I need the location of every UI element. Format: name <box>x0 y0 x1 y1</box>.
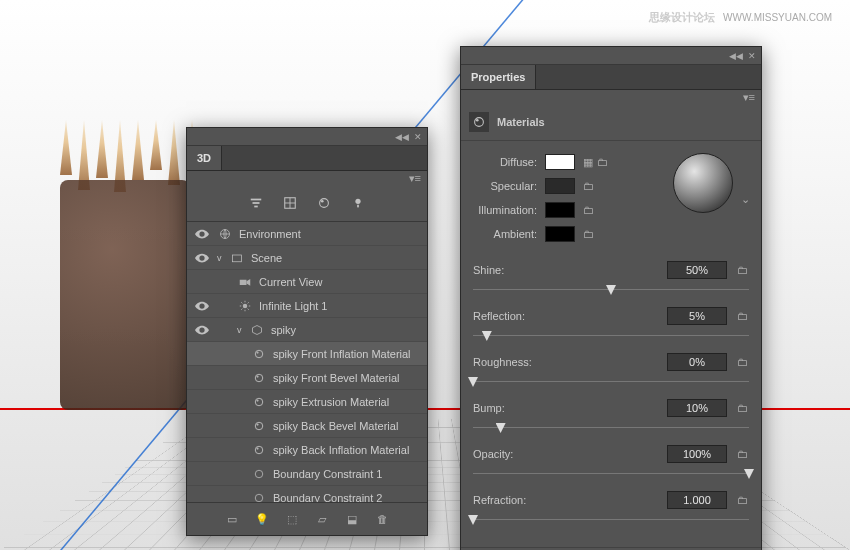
slider-value-input[interactable]: 100% <box>667 445 727 463</box>
footer-trash-icon[interactable]: 🗑 <box>374 511 390 527</box>
tree-row-spiky-back-inflation-material[interactable]: spiky Back Inflation Material <box>187 438 427 462</box>
texture-icon[interactable]: ▦ <box>581 155 595 169</box>
material-preview[interactable] <box>673 153 733 213</box>
slider-value-input[interactable]: 5% <box>667 307 727 325</box>
tree-row-current-view[interactable]: Current View <box>187 270 427 294</box>
folder-icon[interactable]: 🗀 <box>595 155 609 169</box>
mesh-icon <box>249 322 265 338</box>
tree-item-label: spiky Back Bevel Material <box>273 420 421 432</box>
filter-mesh-icon[interactable] <box>282 195 298 211</box>
filter-light-icon[interactable] <box>350 195 366 211</box>
color-swatch[interactable] <box>545 154 575 170</box>
folder-icon[interactable]: 🗀 <box>735 309 749 323</box>
footer-doc-icon[interactable]: ▭ <box>224 511 240 527</box>
slider-thumb[interactable] <box>468 377 478 387</box>
slider-label: Refraction: <box>473 494 667 506</box>
folder-icon[interactable]: 🗀 <box>735 263 749 277</box>
panel-3d: ◀◀ ✕ 3D ▾≡ EnvironmentvSceneCurrent View… <box>186 127 428 536</box>
panel-properties-header[interactable]: ◀◀ ✕ <box>461 47 761 65</box>
visibility-eye-icon[interactable] <box>193 417 211 435</box>
folder-icon[interactable]: 🗀 <box>581 179 595 193</box>
filter-scene-icon[interactable] <box>248 195 264 211</box>
visibility-eye-icon[interactable] <box>193 393 211 411</box>
visibility-eye-icon[interactable] <box>193 225 211 243</box>
tree-row-infinite-light-1[interactable]: Infinite Light 1 <box>187 294 427 318</box>
folder-icon[interactable]: 🗀 <box>735 355 749 369</box>
chevron-down-icon[interactable]: v <box>237 325 247 335</box>
folder-icon[interactable]: 🗀 <box>735 401 749 415</box>
tree-row-scene[interactable]: vScene <box>187 246 427 270</box>
swatch-label: Ambient: <box>471 228 545 240</box>
visibility-eye-icon[interactable] <box>193 465 211 483</box>
footer-new-icon[interactable]: ⬓ <box>344 511 360 527</box>
visibility-eye-icon[interactable] <box>193 441 211 459</box>
svg-point-26 <box>475 118 484 127</box>
slider-track[interactable] <box>473 329 749 343</box>
slider-label: Reflection: <box>473 310 667 322</box>
slider-thumb[interactable] <box>606 285 616 295</box>
slider-track[interactable] <box>473 421 749 435</box>
visibility-eye-icon[interactable] <box>193 297 211 315</box>
footer-light-icon[interactable]: 💡 <box>254 511 270 527</box>
slider-track[interactable] <box>473 467 749 481</box>
tree-row-spiky-back-bevel-material[interactable]: spiky Back Bevel Material <box>187 414 427 438</box>
swatch-specular: Specular:🗀 <box>471 175 669 197</box>
tab-3d[interactable]: 3D <box>187 146 222 170</box>
visibility-eye-icon[interactable] <box>193 249 211 267</box>
slider-track[interactable] <box>473 375 749 389</box>
color-swatch[interactable] <box>545 202 575 218</box>
folder-icon[interactable]: 🗀 <box>735 493 749 507</box>
slider-thumb[interactable] <box>468 515 478 525</box>
chevron-down-icon[interactable]: v <box>217 253 227 263</box>
footer-plane-icon[interactable]: ▱ <box>314 511 330 527</box>
color-swatch[interactable] <box>545 178 575 194</box>
close-icon[interactable]: ✕ <box>413 132 423 142</box>
visibility-eye-icon[interactable] <box>193 369 211 387</box>
panel-properties-menu[interactable]: ▾≡ <box>461 90 761 104</box>
spiky-object[interactable] <box>60 180 190 410</box>
collapse-icon[interactable]: ◀◀ <box>397 132 407 142</box>
collapse-icon[interactable]: ◀◀ <box>731 51 741 61</box>
tree-item-label: spiky Extrusion Material <box>273 396 421 408</box>
slider-label: Shine: <box>473 264 667 276</box>
slider-value-input[interactable]: 50% <box>667 261 727 279</box>
close-icon[interactable]: ✕ <box>747 51 757 61</box>
visibility-eye-icon[interactable] <box>193 345 211 363</box>
tree-item-label: Boundary Constraint 1 <box>273 468 421 480</box>
panel-3d-tabs: 3D <box>187 146 427 171</box>
visibility-eye-icon[interactable] <box>193 489 211 503</box>
tree-row-spiky-front-bevel-material[interactable]: spiky Front Bevel Material <box>187 366 427 390</box>
tree-row-boundary-constraint-2[interactable]: Boundary Constraint 2 <box>187 486 427 502</box>
panel-3d-menu[interactable]: ▾≡ <box>187 171 427 185</box>
slider-track[interactable] <box>473 513 749 527</box>
slider-value-input[interactable]: 0% <box>667 353 727 371</box>
visibility-eye-icon[interactable] <box>193 273 211 291</box>
slider-track[interactable] <box>473 283 749 297</box>
slider-value-input[interactable]: 1.000 <box>667 491 727 509</box>
folder-icon[interactable]: 🗀 <box>581 227 595 241</box>
preview-picker-chevron-icon[interactable]: ⌄ <box>741 151 751 247</box>
tree-row-boundary-constraint-1[interactable]: Boundary Constraint 1 <box>187 462 427 486</box>
svg-point-16 <box>255 374 263 382</box>
slider-value-input[interactable]: 10% <box>667 399 727 417</box>
folder-icon[interactable]: 🗀 <box>735 447 749 461</box>
svg-rect-1 <box>253 202 260 204</box>
panel-3d-header[interactable]: ◀◀ ✕ <box>187 128 427 146</box>
tree-row-spiky[interactable]: vspiky <box>187 318 427 342</box>
color-swatch[interactable] <box>545 226 575 242</box>
slider-thumb[interactable] <box>496 423 506 433</box>
visibility-eye-icon[interactable] <box>193 321 211 339</box>
tree-item-label: spiky Back Inflation Material <box>273 444 421 456</box>
mat-icon <box>251 418 267 434</box>
tab-properties[interactable]: Properties <box>461 65 536 89</box>
tree-item-label: spiky Front Inflation Material <box>273 348 421 360</box>
folder-icon[interactable]: 🗀 <box>581 203 595 217</box>
slider-thumb[interactable] <box>482 331 492 341</box>
tree-row-spiky-front-inflation-material[interactable]: spiky Front Inflation Material <box>187 342 427 366</box>
tree-row-spiky-extrusion-material[interactable]: spiky Extrusion Material <box>187 390 427 414</box>
slider-thumb[interactable] <box>744 469 754 479</box>
filter-material-icon[interactable] <box>316 195 332 211</box>
tree-row-environment[interactable]: Environment <box>187 222 427 246</box>
footer-camera-icon[interactable]: ⬚ <box>284 511 300 527</box>
env-icon <box>217 226 233 242</box>
